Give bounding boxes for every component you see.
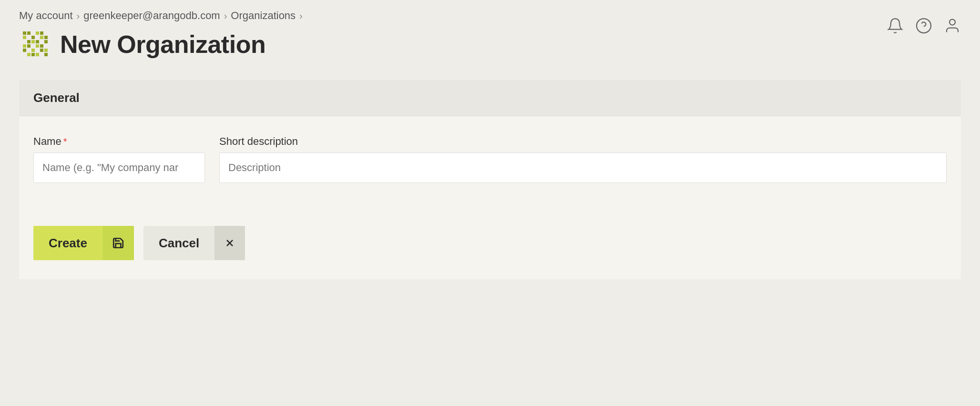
user-icon xyxy=(944,17,961,34)
svg-rect-11 xyxy=(36,40,39,43)
breadcrumb-email[interactable]: greenkeeper@arangodb.com xyxy=(83,10,220,22)
user-icon-button[interactable] xyxy=(944,17,961,34)
breadcrumb-organizations[interactable]: Organizations xyxy=(231,10,296,22)
x-icon xyxy=(224,237,235,249)
help-icon xyxy=(915,17,932,34)
cancel-button[interactable]: Cancel xyxy=(143,226,245,260)
main-content: General Name * Short description xyxy=(19,80,961,279)
form-row: Name * Short description xyxy=(33,135,947,183)
svg-rect-13 xyxy=(23,44,26,48)
svg-rect-22 xyxy=(31,53,35,56)
svg-rect-1 xyxy=(23,31,26,35)
page-container: My account › greenkeeper@arangodb.com › … xyxy=(0,0,980,406)
svg-rect-3 xyxy=(36,31,39,35)
svg-rect-18 xyxy=(31,49,35,52)
page-title: New Organization xyxy=(60,30,265,59)
svg-rect-2 xyxy=(27,31,31,35)
breadcrumb-sep-2: › xyxy=(224,10,227,21)
svg-rect-21 xyxy=(27,53,31,56)
svg-rect-24 xyxy=(44,53,48,56)
save-icon xyxy=(102,226,134,260)
help-icon-button[interactable] xyxy=(915,17,932,34)
cancel-button-label: Cancel xyxy=(143,226,214,260)
bell-icon xyxy=(887,17,904,34)
svg-rect-19 xyxy=(40,49,43,52)
svg-rect-10 xyxy=(31,40,35,43)
svg-rect-6 xyxy=(31,36,35,39)
header: My account › greenkeeper@arangodb.com › … xyxy=(0,0,980,66)
create-button[interactable]: Create xyxy=(33,226,134,260)
svg-rect-5 xyxy=(23,36,26,39)
name-input[interactable] xyxy=(33,152,205,183)
svg-point-27 xyxy=(949,20,955,25)
svg-rect-8 xyxy=(44,36,48,39)
svg-rect-17 xyxy=(23,49,26,52)
svg-rect-23 xyxy=(36,53,39,56)
button-row: Create Cancel xyxy=(19,226,961,279)
svg-point-25 xyxy=(917,19,931,33)
svg-rect-15 xyxy=(36,44,39,48)
name-field-container: Name * xyxy=(33,135,205,183)
close-icon xyxy=(214,226,245,260)
section-header: General xyxy=(19,80,961,116)
section-body: Name * Short description xyxy=(19,116,961,202)
floppy-icon xyxy=(112,237,124,249)
required-star: * xyxy=(63,136,67,147)
svg-rect-20 xyxy=(44,49,48,52)
bell-icon-button[interactable] xyxy=(887,17,904,34)
logo-icon xyxy=(19,28,52,61)
breadcrumb-my-account[interactable]: My account xyxy=(19,10,73,22)
title-row: New Organization xyxy=(19,28,303,61)
breadcrumb-sep-3: › xyxy=(299,10,303,21)
section-title: General xyxy=(33,91,80,105)
svg-rect-14 xyxy=(27,44,31,48)
svg-rect-4 xyxy=(40,31,43,35)
breadcrumb: My account › greenkeeper@arangodb.com › … xyxy=(19,10,303,22)
name-label: Name * xyxy=(33,135,205,148)
description-field-container: Short description xyxy=(219,135,947,183)
description-input[interactable] xyxy=(219,152,947,183)
header-icons xyxy=(887,10,961,34)
svg-rect-9 xyxy=(27,40,31,43)
svg-rect-7 xyxy=(40,36,43,39)
svg-rect-16 xyxy=(40,44,43,48)
breadcrumb-sep-1: › xyxy=(77,10,80,21)
create-button-label: Create xyxy=(33,226,102,260)
desc-label: Short description xyxy=(219,135,947,148)
svg-rect-12 xyxy=(44,40,48,43)
header-left: My account › greenkeeper@arangodb.com › … xyxy=(19,10,303,61)
